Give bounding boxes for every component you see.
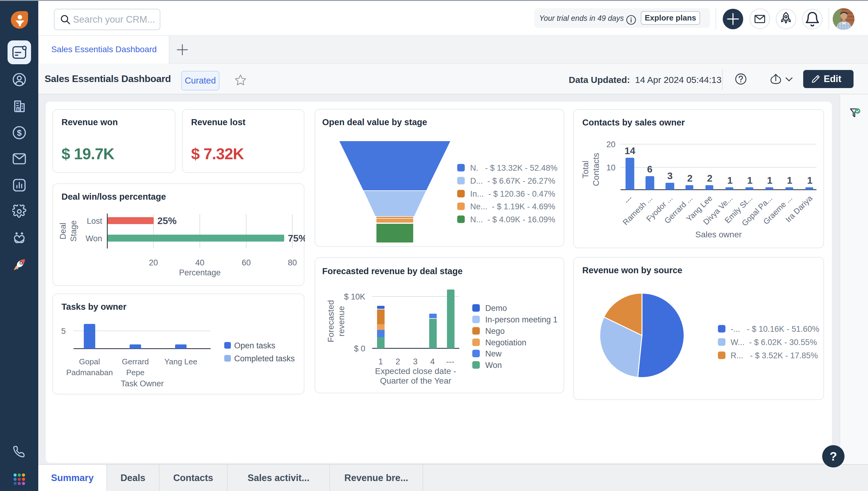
svg-text:1: 1 — [787, 175, 792, 186]
svg-text:Negotiation: Negotiation — [485, 338, 527, 347]
svg-text:R... - $ 3.52K - 17.85%: R... - $ 3.52K - 17.85% — [731, 351, 818, 360]
svg-text:In-person meeting 1: In-person meeting 1 — [485, 315, 558, 324]
svg-text:Gopal: Gopal — [79, 357, 100, 366]
svg-text:W... - $ 6.02K - 30.55%: W... - $ 6.02K - 30.55% — [731, 338, 817, 347]
svg-text:20: 20 — [149, 258, 158, 267]
svg-text:20: 20 — [607, 140, 615, 149]
svg-text:6: 6 — [647, 164, 652, 175]
svg-text:Won: Won — [485, 361, 502, 370]
svg-text:10: 10 — [607, 163, 615, 172]
svg-text:3: 3 — [667, 170, 673, 181]
svg-text:---: --- — [446, 357, 455, 366]
svg-text:40: 40 — [195, 258, 204, 267]
svg-text:Expected close date -: Expected close date - — [375, 367, 456, 376]
svg-text:Gerrard: Gerrard — [122, 357, 149, 366]
svg-text:2: 2 — [396, 357, 400, 366]
svg-text:Lost: Lost — [87, 216, 102, 226]
svg-text:Task Owner: Task Owner — [121, 379, 164, 388]
svg-text:1: 1 — [378, 357, 383, 366]
svg-text:D... - $ 6.67K - 26.27%: D... - $ 6.67K - 26.27% — [470, 176, 555, 185]
svg-text:Padmanaban: Padmanaban — [66, 368, 113, 377]
svg-text:N... - $ 4.09K - 16.09%: N... - $ 4.09K - 16.09% — [470, 215, 555, 224]
svg-text:-... - $ 10.16K - 51.60%: -... - $ 10.16K - 51.60% — [731, 324, 819, 334]
svg-text:Yang Lee: Yang Lee — [164, 357, 197, 366]
svg-text:1: 1 — [727, 175, 733, 186]
svg-text:25%: 25% — [157, 215, 177, 226]
svg-text:3: 3 — [413, 357, 417, 366]
svg-text:Contacts: Contacts — [591, 153, 601, 186]
svg-text:1: 1 — [747, 175, 752, 186]
svg-text:1: 1 — [807, 175, 812, 186]
svg-text:$ 0: $ 0 — [354, 344, 365, 353]
svg-text:Percentage: Percentage — [179, 268, 221, 277]
svg-text:Total: Total — [581, 161, 590, 178]
svg-text:revenue: revenue — [337, 306, 346, 336]
svg-text:75%: 75% — [288, 233, 305, 244]
svg-text:Won: Won — [86, 234, 102, 243]
svg-text:60: 60 — [242, 258, 251, 267]
svg-text:80: 80 — [288, 258, 297, 267]
svg-text:Sales owner: Sales owner — [695, 230, 742, 239]
svg-text:Completed tasks: Completed tasks — [234, 354, 295, 363]
svg-text:Stage: Stage — [69, 221, 78, 242]
svg-text:Ne... - $ 1.19K - 4.69%: Ne... - $ 1.19K - 4.69% — [470, 202, 555, 211]
svg-text:Open tasks: Open tasks — [234, 341, 276, 350]
svg-text:4: 4 — [430, 357, 435, 366]
svg-text:Pepe: Pepe — [126, 368, 145, 377]
svg-text:2: 2 — [687, 173, 692, 184]
svg-text:1: 1 — [767, 175, 772, 186]
svg-text:N. - $ 13.32K - 52.48%: N. - $ 13.32K - 52.48% — [470, 164, 558, 173]
svg-text:$ 10K: $ 10K — [344, 292, 365, 301]
svg-text:New: New — [485, 349, 502, 358]
svg-text:Quarter of the Year: Quarter of the Year — [380, 376, 452, 385]
svg-text:5: 5 — [61, 327, 66, 336]
svg-text:2: 2 — [707, 173, 712, 184]
svg-text:Forecasted: Forecasted — [326, 300, 336, 342]
svg-text:Demo: Demo — [485, 304, 507, 313]
svg-text:---: --- — [622, 194, 634, 206]
svg-text:14: 14 — [624, 145, 635, 156]
svg-text:Nego: Nego — [485, 327, 505, 336]
svg-text:$: $ — [17, 128, 22, 138]
svg-text:In... - $ 120.36 - 0.47%: In... - $ 120.36 - 0.47% — [470, 190, 555, 198]
svg-text:Deal: Deal — [59, 223, 67, 239]
